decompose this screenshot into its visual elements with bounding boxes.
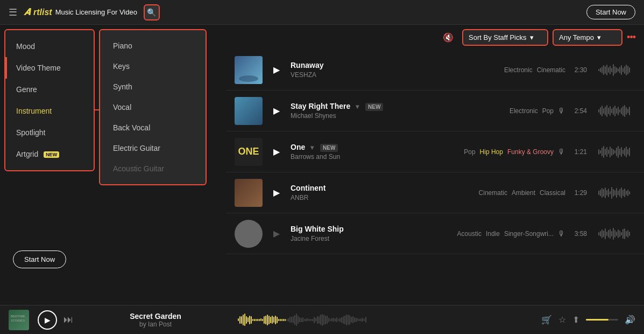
tag-electronic[interactable]: Electronic <box>504 66 533 74</box>
track-info: Runaway VESHZA <box>291 61 499 79</box>
submenu-item-acoustic-guitar[interactable]: Acoustic Guitar <box>100 158 206 179</box>
search-button[interactable]: 🔍 <box>144 4 160 20</box>
sidebar-item-instrument[interactable]: Instrument <box>5 100 94 122</box>
svg-point-1 <box>239 75 258 82</box>
tag-cinematic[interactable]: Cinematic <box>537 66 565 74</box>
play-button[interactable]: ▶ <box>268 143 285 161</box>
waveform <box>592 144 635 160</box>
table-row[interactable]: ONE ▶ One ▾ NEW Barrows and Sun Pop Hip … <box>226 131 644 172</box>
tag-cinematic[interactable]: Cinematic <box>479 189 507 197</box>
volume-bar[interactable] <box>586 319 618 321</box>
player-thumbnail: BEDTIME STORIES <box>9 310 29 330</box>
tag-classical[interactable]: Classical <box>540 189 565 197</box>
tag-indie[interactable]: Indie <box>486 230 500 238</box>
hamburger-icon[interactable]: ☰ <box>9 6 17 18</box>
chevron-down-icon-tempo: ▾ <box>597 33 601 41</box>
table-row[interactable]: ▶ Stay Right There ▾ NEW Michael Shynes … <box>226 91 644 131</box>
sort-dropdown[interactable]: Sort By Staff Picks ▾ <box>462 29 548 46</box>
header-right: Start Now <box>586 5 635 19</box>
tag-hiphop[interactable]: Hip Hop <box>480 148 503 156</box>
tag-pop[interactable]: Pop <box>542 107 554 115</box>
track-duration: 2:54 <box>571 107 587 115</box>
waveform <box>592 226 635 242</box>
sidebar-item-genre[interactable]: Genre <box>5 79 94 100</box>
chevron-icon: ▾ <box>356 103 359 110</box>
submenu-item-piano[interactable]: Piano <box>100 36 206 56</box>
tag-acoustic[interactable]: Acoustic <box>457 230 482 238</box>
sidebar: Mood Video Theme Genre Instrument Spotli… <box>4 29 95 171</box>
mic-icon: 🎙 <box>558 148 565 156</box>
player-play-button[interactable]: ▶ <box>38 310 57 330</box>
tempo-dropdown[interactable]: Any Tempo ▾ <box>553 29 622 46</box>
player-artist: by Ian Post <box>82 321 229 328</box>
track-thumbnail <box>235 179 263 207</box>
volume-icon[interactable]: 🔊 <box>625 315 635 325</box>
track-info: Big White Ship Jacine Forest <box>291 225 452 242</box>
submenu-item-keys[interactable]: Keys <box>100 56 206 76</box>
waveform-bars <box>598 103 630 119</box>
waveform-bars <box>598 62 630 78</box>
submenu-item-vocal[interactable]: Vocal <box>100 97 206 117</box>
play-button[interactable]: ▶ <box>268 61 285 79</box>
main-content: Mood Video Theme Genre Instrument Spotli… <box>0 25 644 305</box>
track-info: Stay Right There ▾ NEW Michael Shynes <box>291 102 504 120</box>
svg-text:STORIES: STORIES <box>11 319 25 322</box>
player-title: Secret Garden <box>82 312 229 321</box>
player-actions: 🛒 ☆ ⬆ 🔊 <box>541 315 635 325</box>
cart-icon[interactable]: 🛒 <box>541 315 552 325</box>
new-badge: NEW <box>320 144 338 152</box>
player-waveform: const barCount = 80; const fragment = do… <box>238 312 533 328</box>
new-badge: NEW <box>44 151 59 158</box>
track-tags: Pop Hip Hop Funky & Groovy 🎙 <box>464 148 565 156</box>
track-tags: Cinematic Ambient Classical <box>479 189 565 197</box>
table-row[interactable]: ▶ Continent ANBR Cinematic Ambient Class… <box>226 172 644 213</box>
submenu-item-electric-guitar[interactable]: Electric Guitar <box>100 138 206 158</box>
mic-icon: 🎙 <box>558 229 565 238</box>
track-thumbnail: ONE <box>235 138 263 166</box>
logo-brand: rtlist <box>33 8 52 17</box>
player-next-button[interactable]: ⏭ <box>63 314 73 325</box>
play-button[interactable]: ▶ <box>268 225 285 242</box>
submenu-item-synth[interactable]: Synth <box>100 76 206 97</box>
start-now-button-bottom[interactable]: Start Now <box>13 250 66 268</box>
tag-electronic[interactable]: Electronic <box>509 107 538 115</box>
star-icon[interactable]: ☆ <box>558 315 566 325</box>
volume-fill <box>586 319 608 321</box>
submenu-item-back-vocal[interactable]: Back Vocal <box>100 117 206 138</box>
filter-bar: 🔇 Sort By Staff Picks ▾ Any Tempo ▾ ••• <box>226 25 644 50</box>
more-options-icon[interactable]: ••• <box>627 32 635 43</box>
tag-singer[interactable]: Singer-Songwri... <box>504 230 554 238</box>
sidebar-item-artgrid[interactable]: Artgrid NEW <box>5 143 94 165</box>
header-left: ☰ 𝘼 rtlist Music Licensing For Video 🔍 <box>9 4 586 20</box>
logo-icon: 𝘼 <box>24 6 30 18</box>
player-info: Secret Garden by Ian Post <box>82 312 229 328</box>
track-tags: Electronic Pop 🎙 <box>509 107 565 115</box>
mic-icon: 🎙 <box>558 107 565 115</box>
track-info: One ▾ NEW Barrows and Sun <box>291 143 458 161</box>
play-button[interactable]: ▶ <box>268 102 285 120</box>
tag-funky[interactable]: Funky & Groovy <box>507 148 554 156</box>
player-waveform-bars: const barCount = 80; const fragment = do… <box>238 312 533 328</box>
player: BEDTIME STORIES ▶ ⏭ Secret Garden by Ian… <box>0 305 644 334</box>
tag-pop[interactable]: Pop <box>464 148 475 156</box>
table-row[interactable]: ▶ Runaway VESHZA Electronic Cinematic 2:… <box>226 50 644 91</box>
waveform <box>592 103 635 119</box>
table-row[interactable]: ▶ Big White Ship Jacine Forest Acoustic … <box>226 213 644 254</box>
track-duration: 2:30 <box>571 66 587 74</box>
sidebar-item-mood[interactable]: Mood <box>5 36 94 57</box>
tag-ambient[interactable]: Ambient <box>512 189 535 197</box>
logo-tagline: Music Licensing For Video <box>55 8 137 16</box>
track-thumbnail <box>235 56 263 84</box>
search-icon: 🔍 <box>147 8 156 17</box>
track-duration: 3:58 <box>571 230 587 238</box>
play-button[interactable]: ▶ <box>268 184 285 201</box>
start-now-button-header[interactable]: Start Now <box>586 5 635 19</box>
sidebar-item-spotlight[interactable]: Spotlight <box>5 122 94 143</box>
player-controls: ▶ ⏭ <box>38 310 73 330</box>
share-icon[interactable]: ⬆ <box>572 315 579 325</box>
waveform-bars <box>598 226 630 241</box>
mute-icon[interactable]: 🔇 <box>443 32 454 43</box>
new-badge: NEW <box>365 103 383 111</box>
track-list: ▶ Runaway VESHZA Electronic Cinematic 2:… <box>226 50 644 305</box>
sidebar-item-video-theme[interactable]: Video Theme <box>5 57 94 79</box>
